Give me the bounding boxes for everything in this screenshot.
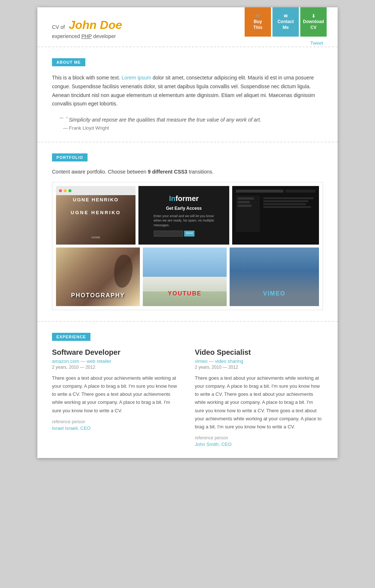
- job-period-2: 2 years, 2010 — 2012: [195, 365, 323, 370]
- lorem-ipsum-link[interactable]: Lorem ipsum: [122, 75, 151, 81]
- buy-icon: 🛒: [255, 14, 261, 19]
- portfolio-grid: UGNE HENRIKO UGNE HENRIKO HOME Informer …: [52, 182, 323, 310]
- about-text: This is a block with some text. Lorem ip…: [52, 74, 323, 108]
- ref-label-2: reference person: [195, 435, 323, 440]
- youtube-label: YOUTUBE: [168, 290, 201, 297]
- download-line2: CV: [311, 25, 317, 31]
- experience-section-label: EXPERIENCE: [52, 333, 90, 341]
- blockquote-text: "Simplicity and repose are the qualities…: [59, 116, 323, 123]
- ref-label-1: reference person: [52, 419, 180, 424]
- informer-email-field[interactable]: [154, 231, 183, 237]
- job-video-specialist: Video Specialist vimeo — video sharing 2…: [195, 348, 323, 447]
- experience-section: EXPERIENCE Software Developer amazon.com…: [37, 322, 338, 458]
- blockquote: "Simplicity and repose are the qualities…: [52, 116, 323, 131]
- download-cv-button[interactable]: ⬇ Download CV: [300, 7, 327, 37]
- ref-name-2[interactable]: John Smith, CEO: [195, 442, 323, 447]
- about-text-start: This is a block with some text.: [52, 75, 122, 81]
- contact-icon: ✉: [284, 14, 287, 19]
- job-period-1: 2 years, 2010 — 2012: [52, 365, 180, 370]
- portfolio-desc-end: transitions.: [188, 169, 214, 175]
- informer-logo: Informer: [154, 194, 214, 203]
- blockquote-author: — Frank Lloyd Wright: [59, 125, 323, 131]
- about-section-label: ABOUT ME: [52, 58, 85, 66]
- dot-yellow: [64, 189, 67, 192]
- experience-columns: Software Developer amazon.com — web reta…: [52, 348, 323, 447]
- portfolio-section-label: PORTFOLIO: [52, 153, 88, 161]
- quote-marks: ": [66, 116, 68, 123]
- contact-line2: Me: [283, 25, 289, 31]
- contact-line1: Contact: [278, 19, 294, 25]
- portfolio-section: PORTFOLIO Content aware portfolio. Choos…: [37, 142, 338, 322]
- job-software-developer: Software Developer amazon.com — web reta…: [52, 348, 180, 447]
- about-section: ABOUT ME This is a block with some text.…: [37, 47, 338, 142]
- job-desc-1: There goes a text about your achievments…: [52, 374, 180, 414]
- informer-desc: Enter your email and we will let you kno…: [154, 214, 214, 228]
- contact-me-button[interactable]: ✉ Contact Me: [272, 7, 299, 37]
- portfolio-item-photography[interactable]: PHOTOGRAPHY: [56, 248, 140, 306]
- tweet-link[interactable]: Tweet: [310, 40, 323, 46]
- informer-input: Send: [154, 231, 214, 237]
- cv-prefix-text: CV of: [52, 24, 65, 30]
- portfolio-item-vimeo[interactable]: VIMEO: [230, 248, 319, 306]
- header-buttons: 🛒 Buy This ✉ Contact Me ⬇ Download CV: [245, 7, 327, 37]
- job-title-2: Video Specialist: [195, 348, 323, 357]
- download-line1: Download: [303, 19, 324, 25]
- buy-line1: Buy: [254, 19, 262, 25]
- ref-name-1[interactable]: Israel Israeli, CEO: [52, 425, 180, 431]
- dot-red: [59, 189, 62, 192]
- portfolio-row-2: PHOTOGRAPHY YOUTUBE: [56, 248, 319, 306]
- photography-label: PHOTOGRAPHY: [71, 292, 125, 299]
- buy-line2: This: [253, 25, 263, 31]
- download-icon: ⬇: [312, 14, 315, 19]
- portfolio-item-informer[interactable]: Informer Get Early Access Enter your ema…: [138, 186, 229, 245]
- page-wrapper: CV of John Doe experienced PHP developer…: [37, 7, 338, 458]
- thumb-ugne-title: UGNE HENRIKO: [71, 195, 120, 204]
- quote-content: Simplicity and repose are the qualities …: [69, 117, 261, 123]
- subtitle-php: PHP: [81, 33, 92, 39]
- portfolio-description: Content aware portfolio. Choose between …: [52, 169, 323, 175]
- job-desc-2: There goes a text about your achievments…: [195, 374, 323, 431]
- informer-subtitle: Get Early Access: [154, 206, 214, 211]
- portfolio-row-1: UGNE HENRIKO UGNE HENRIKO HOME Informer …: [56, 186, 319, 245]
- portfolio-item-darksite[interactable]: [232, 186, 319, 245]
- buy-this-button[interactable]: 🛒 Buy This: [245, 7, 271, 37]
- job-title-1: Software Developer: [52, 348, 180, 357]
- portfolio-desc-highlight: 9 different CSS3: [148, 169, 188, 175]
- informer-send-button[interactable]: Send: [184, 231, 195, 237]
- thumb-ugne-content: UGNE HENRIKO UGNE HENRIKO HOME: [56, 195, 135, 245]
- portfolio-item-youtube[interactable]: YOUTUBE: [143, 248, 227, 306]
- dot-green: [68, 189, 71, 192]
- job-company-2: vimeo — video sharing: [195, 358, 323, 364]
- job-company-1: amazon.com — web retailer: [52, 358, 180, 364]
- portfolio-item-ugne[interactable]: UGNE HENRIKO UGNE HENRIKO HOME: [56, 186, 135, 245]
- vimeo-label: VIMEO: [263, 290, 286, 297]
- header: CV of John Doe experienced PHP developer…: [37, 7, 338, 47]
- browser-chrome: [56, 186, 135, 195]
- portfolio-desc-start: Content aware portfolio. Choose between: [52, 169, 148, 175]
- header-name: John Doe: [68, 18, 122, 31]
